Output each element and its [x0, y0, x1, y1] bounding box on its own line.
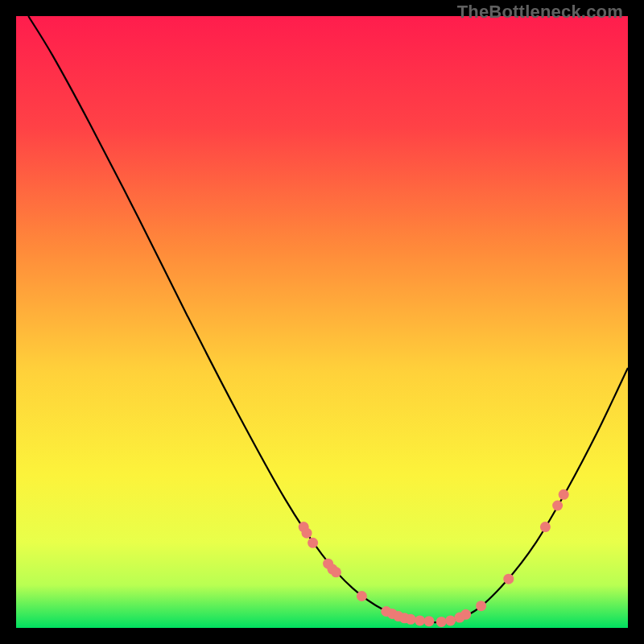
curve-marker	[415, 615, 425, 625]
curve-marker	[302, 528, 312, 539]
curve-marker	[331, 567, 341, 577]
chart-svg	[16, 16, 628, 628]
plot-area	[16, 16, 628, 628]
curve-marker	[308, 538, 318, 548]
chart-frame	[16, 16, 628, 628]
curve-marker	[357, 591, 367, 601]
curve-marker	[436, 617, 447, 627]
curve-marker	[552, 501, 563, 511]
curve-marker	[540, 522, 551, 532]
watermark-label: TheBottleneck.com	[457, 2, 623, 23]
gradient-background	[16, 16, 628, 628]
curve-marker	[503, 574, 514, 584]
curve-marker	[424, 616, 435, 626]
curve-marker	[476, 601, 486, 611]
curve-marker	[406, 614, 416, 625]
curve-marker	[559, 489, 569, 500]
curve-marker	[460, 609, 471, 620]
curve-marker	[445, 615, 456, 625]
